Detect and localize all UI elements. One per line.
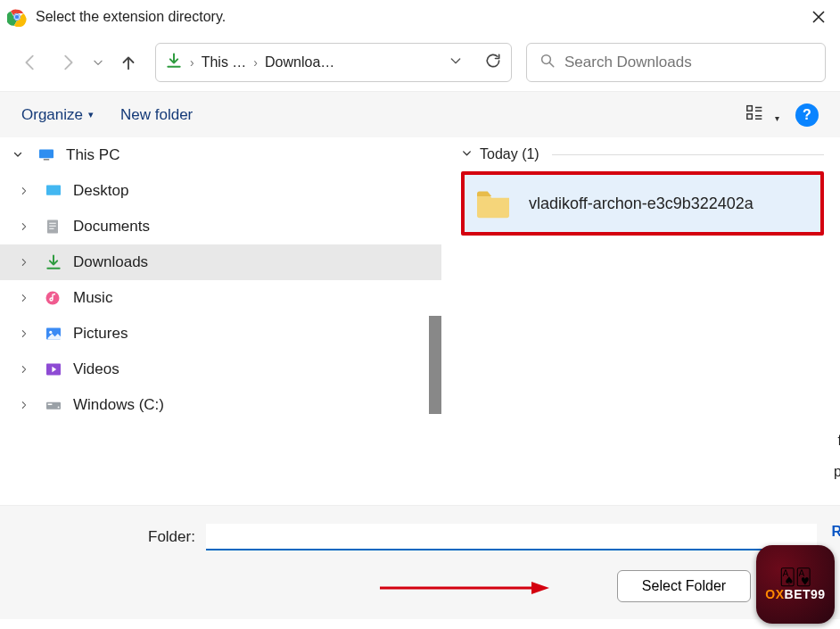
chevron-right-icon: ›: [253, 55, 258, 70]
svg-marker-19: [531, 582, 549, 594]
new-folder-button[interactable]: New folder: [120, 106, 193, 124]
sidebar: This PC Desktop Documents: [0, 137, 441, 505]
svg-rect-9: [46, 186, 61, 195]
search-box[interactable]: [526, 43, 826, 82]
breadcrumb[interactable]: › This … › Downloa…: [155, 43, 512, 82]
chevron-right-icon: [20, 185, 36, 198]
bottom-panel: Folder: Select Folder Cancel: [0, 505, 840, 619]
divider: [552, 154, 824, 155]
history-dropdown[interactable]: [89, 46, 107, 79]
sidebar-item-documents[interactable]: Documents: [0, 209, 441, 244]
sidebar-item-music[interactable]: Music: [0, 280, 441, 316]
sidebar-item-desktop[interactable]: Desktop: [0, 173, 441, 209]
svg-point-3: [15, 14, 20, 19]
music-icon: [45, 290, 64, 306]
svg-rect-16: [48, 403, 53, 405]
videos-icon: [45, 361, 64, 377]
chevron-right-icon: [20, 292, 36, 305]
sidebar-item-pictures[interactable]: Pictures: [0, 316, 441, 352]
back-button[interactable]: [14, 46, 46, 79]
sidebar-item-downloads[interactable]: Downloads: [0, 244, 441, 280]
toolbar: Organize ▾ New folder ▾ ?: [0, 91, 840, 137]
download-icon: [45, 254, 64, 270]
chevron-right-icon: [20, 327, 36, 341]
forward-button[interactable]: [52, 46, 84, 79]
svg-rect-5: [747, 106, 753, 112]
view-options-button[interactable]: ▾: [745, 103, 779, 126]
sidebar-item-videos[interactable]: Videos: [0, 352, 441, 387]
folder-item[interactable]: vladikoff-archon-e3c9b322402a: [461, 171, 824, 236]
breadcrumb-part-2[interactable]: Downloa…: [265, 54, 334, 70]
search-input[interactable]: [564, 54, 812, 71]
select-folder-button[interactable]: Select Folder: [617, 570, 751, 602]
watermark-text: OXBET99: [765, 587, 825, 601]
chevron-right-icon: [20, 363, 36, 377]
svg-rect-10: [47, 220, 58, 234]
chevron-down-icon: [12, 149, 29, 162]
annotation-arrow: [380, 579, 549, 597]
tree-root-this-pc[interactable]: This PC: [0, 137, 441, 173]
navbar: › This … › Downloa…: [0, 34, 840, 91]
cards-icon: 🂡🂱: [779, 567, 811, 587]
svg-rect-6: [747, 114, 753, 119]
folder-name: vladikoff-archon-e3c9b322402a: [529, 194, 754, 213]
drive-icon: [45, 397, 64, 413]
folder-icon: [474, 187, 513, 219]
chevron-right-icon: [20, 220, 36, 234]
close-button[interactable]: [804, 3, 833, 31]
up-button[interactable]: [112, 46, 144, 79]
monitor-icon: [37, 147, 57, 163]
breadcrumb-part-1[interactable]: This …: [202, 54, 247, 70]
watermark-badge: 🂡🂱 OXBET99: [756, 545, 835, 624]
chevron-right-icon: ›: [190, 55, 194, 70]
chevron-down-icon: ▾: [88, 109, 94, 120]
chevron-right-icon: [20, 399, 36, 412]
main-area: This PC Desktop Documents: [0, 137, 840, 505]
pictures-icon: [45, 326, 64, 342]
chevron-right-icon: [20, 256, 36, 269]
svg-point-13: [49, 331, 52, 334]
svg-point-17: [58, 406, 60, 408]
window-title: Select the extension directory.: [36, 9, 804, 25]
titlebar: Select the extension directory.: [0, 0, 840, 34]
svg-rect-15: [46, 402, 61, 410]
chrome-icon: [7, 7, 27, 27]
download-icon: [165, 52, 183, 74]
svg-rect-7: [39, 150, 54, 159]
folder-input[interactable]: [206, 524, 817, 550]
chevron-down-icon: ▾: [775, 113, 779, 123]
sidebar-item-windows-c[interactable]: Windows (C:): [0, 387, 441, 423]
folder-label: Folder:: [148, 528, 195, 546]
group-header[interactable]: Today (1): [461, 146, 824, 162]
chevron-down-icon: [461, 146, 473, 162]
scrollbar-thumb[interactable]: [429, 316, 441, 414]
breadcrumb-dropdown[interactable]: [449, 54, 463, 71]
edge-text: p: [834, 464, 840, 480]
content-area: Today (1) vladikoff-archon-e3c9b322402a: [441, 137, 840, 505]
help-button[interactable]: ?: [795, 103, 819, 127]
edge-text: R: [831, 524, 840, 540]
desktop-icon: [45, 183, 64, 199]
search-icon: [539, 53, 556, 73]
document-icon: [45, 219, 64, 235]
organize-button[interactable]: Organize ▾: [21, 106, 94, 124]
refresh-button[interactable]: [484, 52, 502, 73]
svg-rect-8: [44, 159, 49, 161]
